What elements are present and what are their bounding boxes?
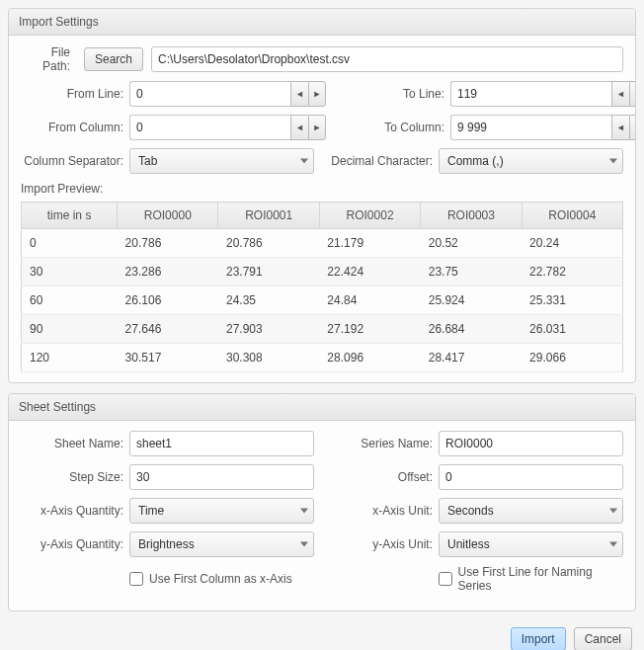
x-axis-unit-select[interactable]: Seconds [439, 498, 623, 524]
from-line-input[interactable] [129, 81, 290, 107]
dialog-footer: Import Cancel [8, 621, 636, 650]
to-line-increment[interactable]: ► [629, 81, 636, 107]
from-line-decrement[interactable]: ◄ [290, 81, 308, 107]
to-column-input[interactable] [450, 115, 611, 140]
import-settings-panel: Import Settings File Path: Search From L… [8, 8, 636, 383]
table-row: 3023.28623.79122.42423.7522.782 [22, 258, 623, 286]
step-size-input[interactable] [129, 464, 314, 490]
decimal-character-select[interactable]: Comma (,) [439, 148, 623, 174]
offset-input[interactable] [439, 464, 623, 490]
import-button[interactable]: Import [511, 627, 566, 650]
preview-table: time in sROI0000ROI0001ROI0002ROI0003ROI… [21, 202, 623, 372]
to-column-decrement[interactable]: ◄ [611, 115, 629, 140]
table-cell: 29.066 [522, 344, 622, 372]
offset-label: Offset: [330, 470, 439, 484]
from-column-decrement[interactable]: ◄ [290, 115, 308, 140]
y-axis-unit-value: Unitless [447, 537, 490, 551]
table-cell: 26.684 [421, 315, 522, 344]
table-cell: 20.786 [118, 229, 218, 258]
from-line-increment[interactable]: ► [308, 81, 326, 107]
use-first-column-checkbox-input[interactable] [129, 572, 143, 586]
use-first-column-label: Use First Column as x-Axis [149, 572, 292, 586]
search-button[interactable]: Search [84, 47, 143, 71]
to-line-label: To Line: [342, 87, 450, 101]
table-cell: 0 [22, 229, 118, 258]
table-cell: 30.308 [218, 344, 319, 372]
preview-header[interactable]: time in s [22, 203, 118, 229]
to-column-increment[interactable]: ► [629, 115, 636, 140]
table-cell: 23.791 [218, 258, 319, 286]
table-cell: 25.331 [522, 286, 622, 315]
to-column-spinner: ◄ ► [450, 115, 636, 140]
x-axis-unit-value: Seconds [447, 504, 494, 518]
chevron-down-icon [609, 542, 617, 547]
use-first-column-checkbox[interactable]: Use First Column as x-Axis [129, 572, 292, 586]
use-first-line-label: Use First Line for Naming Series [458, 565, 623, 593]
import-preview-label: Import Preview: [21, 182, 623, 196]
table-cell: 20.52 [421, 229, 522, 258]
y-axis-unit-label: y-Axis Unit: [330, 537, 439, 551]
table-cell: 28.417 [421, 344, 522, 372]
decimal-character-value: Comma (,) [447, 154, 504, 168]
table-cell: 27.903 [218, 315, 319, 344]
series-name-input[interactable] [439, 431, 623, 456]
table-cell: 28.096 [319, 344, 420, 372]
table-row: 020.78620.78621.17920.5220.24 [22, 229, 623, 258]
table-cell: 27.192 [319, 315, 420, 344]
table-cell: 23.75 [421, 258, 522, 286]
to-line-decrement[interactable]: ◄ [611, 81, 629, 107]
sheet-name-input[interactable] [129, 431, 314, 456]
preview-header[interactable]: ROI0002 [319, 203, 420, 229]
chevron-down-icon [300, 509, 308, 514]
from-column-increment[interactable]: ► [308, 115, 326, 140]
step-size-label: Step Size: [21, 470, 129, 484]
table-cell: 24.84 [319, 286, 420, 315]
table-cell: 30 [22, 258, 118, 286]
preview-header[interactable]: ROI0003 [421, 203, 522, 229]
to-line-input[interactable] [450, 81, 611, 107]
sheet-settings-panel: Sheet Settings Sheet Name: Series Name: … [8, 393, 636, 611]
from-column-input[interactable] [129, 115, 290, 140]
table-cell: 26.031 [522, 315, 622, 344]
table-row: 12030.51730.30828.09628.41729.066 [22, 344, 623, 372]
table-cell: 22.782 [522, 258, 622, 286]
preview-header[interactable]: ROI0000 [118, 203, 218, 229]
table-row: 6026.10624.3524.8425.92425.331 [22, 286, 623, 315]
y-axis-quantity-value: Brightness [138, 537, 195, 551]
table-cell: 26.106 [118, 286, 218, 315]
sheet-settings-title: Sheet Settings [9, 394, 635, 421]
chevron-down-icon [300, 542, 308, 547]
y-axis-quantity-select[interactable]: Brightness [129, 531, 314, 557]
table-cell: 24.35 [218, 286, 319, 315]
x-axis-unit-label: x-Axis Unit: [330, 504, 439, 518]
cancel-button[interactable]: Cancel [574, 627, 632, 650]
table-cell: 90 [22, 315, 118, 344]
x-axis-quantity-label: x-Axis Quantity: [21, 504, 129, 518]
preview-header[interactable]: ROI0001 [218, 203, 319, 229]
use-first-line-checkbox[interactable]: Use First Line for Naming Series [439, 565, 623, 593]
table-cell: 120 [22, 344, 118, 372]
table-cell: 21.179 [319, 229, 420, 258]
file-path-label: File Path: [21, 45, 76, 73]
to-line-spinner: ◄ ► [450, 81, 636, 107]
from-column-spinner: ◄ ► [129, 115, 326, 140]
import-settings-title: Import Settings [9, 9, 635, 36]
column-separator-value: Tab [138, 154, 157, 168]
x-axis-quantity-select[interactable]: Time [129, 498, 314, 524]
from-line-spinner: ◄ ► [129, 81, 326, 107]
use-first-line-checkbox-input[interactable] [439, 572, 452, 586]
chevron-down-icon [300, 159, 308, 164]
file-path-input[interactable] [151, 46, 623, 72]
table-cell: 20.24 [522, 229, 622, 258]
table-cell: 30.517 [118, 344, 218, 372]
table-row: 9027.64627.90327.19226.68426.031 [22, 315, 623, 344]
table-cell: 23.286 [118, 258, 218, 286]
table-cell: 60 [22, 286, 118, 315]
column-separator-select[interactable]: Tab [129, 148, 314, 174]
preview-header[interactable]: ROI0004 [522, 203, 622, 229]
sheet-name-label: Sheet Name: [21, 437, 129, 450]
chevron-down-icon [609, 509, 617, 514]
from-line-label: From Line: [21, 87, 129, 101]
y-axis-unit-select[interactable]: Unitless [439, 531, 623, 557]
table-cell: 22.424 [319, 258, 420, 286]
